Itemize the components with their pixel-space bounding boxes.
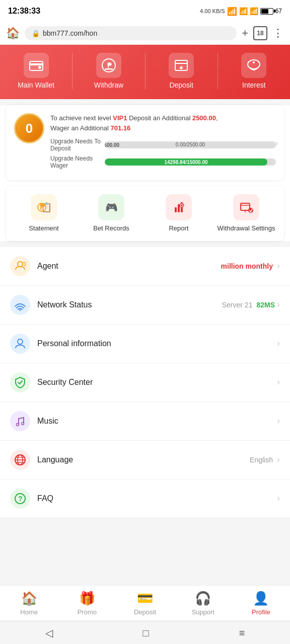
svg-point-12 bbox=[253, 61, 255, 63]
status-icons: 4.00 KB/S 📶 📶 📶 67 bbox=[200, 7, 282, 16]
withdraw-icon: ₱ bbox=[96, 53, 121, 78]
svg-point-34 bbox=[18, 339, 23, 344]
bet-records-button[interactable]: 🎮 Bet Records bbox=[78, 194, 145, 233]
wallet-header: Main Wallet ₱ Withdraw bbox=[0, 45, 290, 99]
music-menu-item[interactable]: Music › bbox=[0, 402, 290, 441]
faq-icon: ? bbox=[10, 489, 30, 509]
svg-point-33 bbox=[20, 309, 21, 311]
agent-chevron: › bbox=[277, 261, 280, 271]
progress-section: Upgrade Needs To Deposit 0.00/2500.00 0.… bbox=[50, 138, 276, 169]
deposit-nav-label: Deposit bbox=[134, 608, 156, 616]
interest-button[interactable]: Interest bbox=[218, 53, 290, 89]
status-bar: 12:38:33 4.00 KB/S 📶 📶 📶 67 bbox=[0, 0, 290, 22]
android-back-button[interactable]: ◁ bbox=[45, 627, 53, 639]
language-menu-item[interactable]: Language English › bbox=[0, 441, 290, 479]
android-menu-button[interactable]: ≡ bbox=[239, 627, 245, 639]
status-time: 12:38:33 bbox=[8, 7, 40, 16]
support-nav-label: Support bbox=[191, 608, 214, 616]
faq-chevron: › bbox=[277, 493, 280, 504]
url-bar[interactable]: 🔒 bbm777.com/hon bbox=[25, 26, 237, 40]
main-wallet-icon bbox=[24, 53, 49, 78]
deposit-icon bbox=[169, 53, 194, 78]
network-chevron: › bbox=[277, 299, 280, 310]
browser-home-button[interactable]: 🏠 bbox=[6, 27, 20, 40]
withdrawal-settings-label: Withdrawal Settings bbox=[218, 224, 275, 233]
svg-rect-1 bbox=[30, 63, 43, 65]
menu-list: Agent million monthly › Network Status S… bbox=[0, 247, 290, 518]
wager-progress-label: Upgrade Needs Wager bbox=[50, 155, 101, 169]
agent-value: million monthly bbox=[221, 262, 273, 270]
network-status-menu-item[interactable]: Network Status Server 21 82MS › bbox=[0, 286, 290, 325]
main-wallet-button[interactable]: Main Wallet bbox=[0, 53, 72, 89]
add-tab-button[interactable]: + bbox=[242, 27, 248, 40]
security-center-menu-item[interactable]: Security Center › bbox=[0, 363, 290, 402]
browser-menu-button[interactable]: ⋮ bbox=[272, 27, 284, 40]
svg-point-36 bbox=[22, 422, 24, 425]
agent-menu-item[interactable]: Agent million monthly › bbox=[0, 247, 290, 286]
personal-info-icon bbox=[10, 334, 30, 354]
deposit-progress-label: Upgrade Needs To Deposit bbox=[50, 138, 101, 152]
network-server: Server 21 bbox=[222, 301, 253, 309]
lock-icon: 🔒 bbox=[32, 30, 40, 37]
nav-profile[interactable]: 👤 Profile bbox=[232, 591, 290, 616]
interest-icon bbox=[241, 53, 266, 78]
svg-point-2 bbox=[38, 66, 41, 69]
agent-icon bbox=[10, 256, 30, 276]
vip-card: 0 To achieve next level VIP1 Deposit an … bbox=[6, 105, 284, 180]
url-text: bbm777.com/hon bbox=[43, 29, 97, 37]
deposit-label: Deposit bbox=[169, 81, 193, 89]
wallet-icons-row: Main Wallet ₱ Withdraw bbox=[0, 53, 290, 89]
security-center-name: Security Center bbox=[37, 378, 277, 387]
nav-home[interactable]: 🏠 Home bbox=[0, 591, 58, 616]
report-button[interactable]: Report bbox=[145, 194, 212, 233]
withdrawal-settings-icon bbox=[233, 194, 259, 220]
interest-label: Interest bbox=[242, 81, 266, 89]
report-icon bbox=[166, 194, 192, 220]
promo-nav-label: Promo bbox=[78, 608, 97, 616]
battery-icon bbox=[260, 8, 273, 15]
vip-badge: 0 bbox=[14, 113, 44, 143]
statement-button[interactable]: 📋 ₱ Statement bbox=[10, 194, 78, 233]
tab-count-button[interactable]: 18 bbox=[253, 26, 267, 40]
faq-menu-item[interactable]: ? FAQ › bbox=[0, 479, 290, 518]
svg-rect-5 bbox=[105, 68, 113, 70]
vip-chevron: › bbox=[275, 137, 278, 148]
svg-point-14 bbox=[256, 68, 258, 69]
svg-point-32 bbox=[18, 262, 23, 267]
svg-text:₱: ₱ bbox=[40, 203, 45, 211]
signal-icon2: 📶 bbox=[250, 7, 258, 15]
bet-records-label: Bet Records bbox=[93, 224, 129, 233]
support-nav-icon: 🎧 bbox=[195, 591, 211, 606]
network-status-icon bbox=[10, 295, 30, 315]
network-speed: 4.00 KB/S bbox=[200, 8, 225, 14]
deposit-button[interactable]: Deposit bbox=[146, 53, 218, 89]
svg-point-26 bbox=[181, 204, 183, 206]
home-nav-icon: 🏠 bbox=[21, 591, 37, 606]
network-status-name: Network Status bbox=[37, 300, 222, 309]
quick-actions-row: 📋 ₱ Statement 🎮 Bet Records bbox=[6, 186, 284, 241]
wager-progress-row: Upgrade Needs Wager 14298.84/15000.00 bbox=[50, 155, 276, 169]
deposit-progress-bar: 0.00/2500.00 0.00/2500.00 bbox=[105, 141, 276, 148]
svg-text:₱: ₱ bbox=[107, 61, 112, 69]
nav-promo[interactable]: 🎁 Promo bbox=[58, 591, 116, 616]
android-home-button[interactable]: □ bbox=[143, 627, 149, 639]
faq-name: FAQ bbox=[37, 494, 277, 503]
nav-support[interactable]: 🎧 Support bbox=[174, 591, 232, 616]
svg-text:?: ? bbox=[18, 495, 23, 503]
network-ms: 82MS bbox=[256, 301, 275, 309]
withdrawal-settings-button[interactable]: Withdrawal Settings bbox=[212, 194, 280, 233]
vip-message: To achieve next level VIP1 Deposit an Ad… bbox=[50, 113, 276, 133]
statement-icon: 📋 ₱ bbox=[31, 194, 57, 220]
personal-info-menu-item[interactable]: Personal information › bbox=[0, 325, 290, 363]
svg-point-13 bbox=[250, 68, 252, 69]
svg-rect-0 bbox=[30, 61, 43, 70]
nav-deposit[interactable]: 💳 Deposit bbox=[116, 591, 174, 616]
withdraw-button[interactable]: ₱ Withdraw bbox=[72, 53, 145, 89]
language-value: English bbox=[250, 456, 273, 464]
security-center-icon bbox=[10, 372, 30, 392]
music-chevron: › bbox=[277, 416, 280, 426]
main-wallet-label: Main Wallet bbox=[18, 81, 54, 89]
profile-nav-icon: 👤 bbox=[253, 591, 269, 606]
agent-name: Agent bbox=[37, 262, 221, 271]
bet-records-icon: 🎮 bbox=[98, 194, 124, 220]
